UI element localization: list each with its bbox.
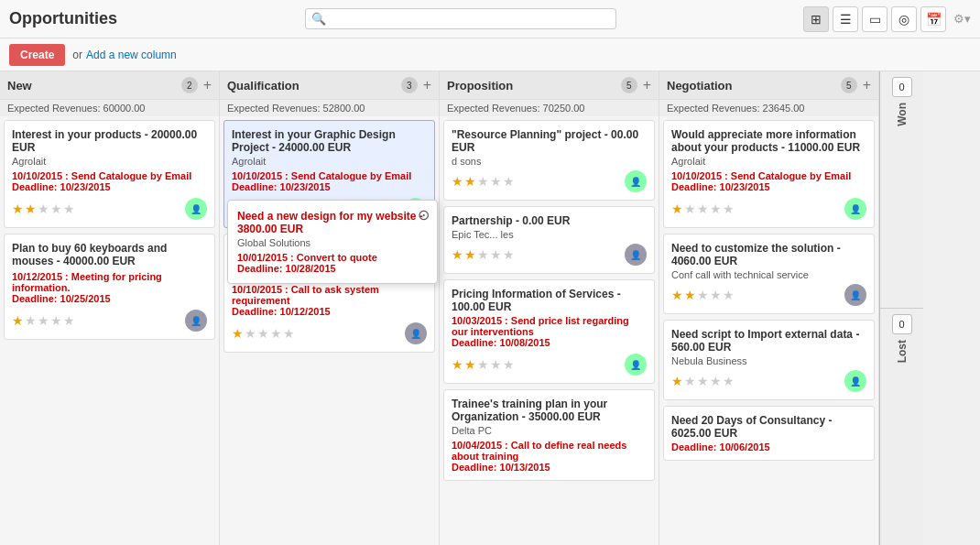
card-n2-footer: ★ ★ ★ ★ ★ 👤 — [12, 310, 207, 332]
create-button[interactable]: Create — [9, 44, 65, 66]
card-n1-company: Agrolait — [12, 156, 207, 167]
popup-deadline: Deadline: 10/28/2015 — [237, 263, 428, 274]
card-n2[interactable]: Plan to buy 60 keyboards and mouses - 40… — [4, 234, 215, 340]
card-neg2-footer: ★ ★ ★ ★ ★ 👤 — [671, 284, 866, 306]
star-4: ★ — [710, 202, 722, 216]
card-q2-activity: 10/10/2015 : Call to ask system requirem… — [232, 284, 427, 306]
column-neg-header: Negotiation 5 + — [659, 71, 878, 100]
card-n2-avatar: 👤 — [185, 310, 207, 332]
card-neg3-avatar: 👤 — [844, 370, 866, 392]
star-2: ★ — [25, 202, 37, 216]
card-neg1[interactable]: Would appreciate more information about … — [663, 120, 875, 228]
star-1: ★ — [452, 174, 463, 189]
calendar-view-button[interactable]: 📅 — [920, 6, 946, 32]
card-n2-deadline: Deadline: 10/25/2015 — [12, 293, 207, 304]
star-1: ★ — [452, 247, 463, 262]
card-p1-company: d sons — [452, 156, 647, 167]
card-p1-footer: ★ ★ ★ ★ ★ 👤 — [452, 170, 647, 192]
card-p4-deadline: Deadline: 10/13/2015 — [452, 462, 647, 473]
lost-section: 0 Lost — [880, 309, 923, 545]
card-neg2[interactable]: Need to customize the solution - 4060.00… — [663, 234, 875, 314]
card-neg1-avatar: 👤 — [844, 198, 866, 220]
popup-title: Need a new design for my website - 3800.… — [237, 210, 428, 235]
star-2: ★ — [464, 174, 476, 189]
card-neg1-deadline: Deadline: 10/23/2015 — [671, 181, 866, 192]
activity-view-button[interactable]: ◎ — [891, 6, 917, 32]
column-prop-title: Proposition — [447, 79, 617, 93]
card-n1[interactable]: Interest in your products - 20000.00 EUR… — [4, 120, 215, 228]
column-neg-count: 5 — [841, 77, 857, 93]
card-q1-activity: 10/10/2015 : Send Catalogue by Email — [232, 170, 427, 181]
popup-activity: 10/01/2015 : Convert to quote — [237, 252, 428, 263]
lost-badge: 0 — [892, 314, 912, 334]
action-bar: Create or Add a new column — [0, 38, 980, 71]
column-prop-add[interactable]: + — [643, 77, 651, 93]
card-p2-avatar: 👤 — [625, 244, 647, 266]
column-qual-header: Qualification 3 + — [220, 71, 439, 100]
column-new: New 2 + Expected Revenues: 60000.00 Inte… — [0, 71, 220, 545]
star-3: ★ — [257, 326, 269, 341]
star-4: ★ — [50, 313, 62, 328]
popup-close-button[interactable]: ⊙ — [418, 206, 430, 223]
view-switcher: ⊞ ☰ ▭ ◎ 📅 ⚙▾ — [803, 6, 971, 32]
card-p3[interactable]: Pricing Information of Services - 100.00… — [443, 279, 655, 384]
won-section: 0 Won — [880, 71, 923, 309]
card-p1[interactable]: "Resource Planning" project - 00.00 EUR … — [443, 120, 655, 201]
list-view-button[interactable]: ☰ — [833, 6, 858, 32]
card-n1-activity: 10/10/2015 : Send Catalogue by Email — [12, 170, 207, 181]
star-2: ★ — [245, 326, 256, 341]
column-qual-title: Qualification — [227, 79, 397, 93]
search-bar[interactable]: 🔍 — [305, 8, 616, 29]
star-3: ★ — [38, 202, 49, 216]
column-new-count: 2 — [181, 77, 198, 93]
star-2: ★ — [464, 247, 476, 262]
card-q1-deadline: Deadline: 10/23/2015 — [232, 181, 427, 192]
star-1: ★ — [671, 374, 683, 388]
card-p2-stars: ★ ★ ★ ★ ★ — [452, 247, 515, 262]
column-qual-revenue: Expected Revenues: 52800.00 — [220, 100, 439, 116]
star-1: ★ — [12, 313, 24, 328]
column-neg-cards: Would appreciate more information about … — [659, 116, 878, 545]
column-qual-add[interactable]: + — [423, 77, 431, 93]
action-bar-text: or — [72, 49, 82, 61]
card-p3-stars: ★ ★ ★ ★ ★ — [452, 357, 515, 372]
page-title: Opportunities — [9, 9, 117, 28]
card-p4-activity: 10/04/2015 : Call to define real needs a… — [452, 440, 647, 462]
add-column-link[interactable]: Add a new column — [86, 49, 177, 61]
card-p4-title: Trainee's training plan in your Organiza… — [452, 398, 647, 423]
star-2: ★ — [684, 374, 696, 388]
card-n1-footer: ★ ★ ★ ★ ★ 👤 — [12, 198, 207, 220]
settings-icon[interactable]: ⚙▾ — [953, 12, 971, 26]
star-5: ★ — [63, 202, 75, 216]
search-input[interactable] — [330, 13, 610, 26]
column-neg-add[interactable]: + — [863, 77, 871, 93]
column-prop-revenue: Expected Revenues: 70250.00 — [440, 100, 659, 116]
form-view-button[interactable]: ▭ — [862, 6, 887, 32]
card-p2[interactable]: Partnership - 0.00 EUR Epic Tec... les ★… — [443, 206, 655, 274]
star-3: ★ — [697, 374, 709, 388]
card-neg3[interactable]: Need script to Import external data - 56… — [663, 320, 875, 400]
star-5: ★ — [503, 357, 515, 372]
column-new-header: New 2 + — [0, 71, 219, 100]
card-n2-activity: 10/12/2015 : Meeting for pricing informa… — [12, 271, 207, 293]
column-new-cards: Interest in your products - 20000.00 EUR… — [0, 116, 219, 545]
card-neg4-deadline: Deadline: 10/06/2015 — [671, 441, 866, 452]
card-neg1-company: Agrolait — [671, 156, 866, 167]
kanban-board: New 2 + Expected Revenues: 60000.00 Inte… — [0, 71, 980, 545]
card-q1-title: Interest in your Graphic Design Project … — [232, 128, 427, 154]
won-lost-panel: 0 Won 0 Lost — [879, 71, 923, 545]
column-new-add[interactable]: + — [203, 77, 212, 93]
kanban-view-button[interactable]: ⊞ — [803, 6, 829, 32]
card-popup[interactable]: ⊙ Need a new design for my website - 380… — [227, 200, 438, 284]
star-2: ★ — [684, 288, 696, 302]
card-neg4[interactable]: Need 20 Days of Consultancy - 6025.00 EU… — [663, 406, 875, 461]
card-p4[interactable]: Trainee's training plan in your Organiza… — [443, 389, 655, 481]
card-neg3-title: Need script to Import external data - 56… — [671, 328, 866, 354]
won-label: Won — [896, 103, 909, 126]
card-p1-avatar: 👤 — [625, 170, 647, 192]
card-p3-avatar: 👤 — [625, 354, 647, 376]
card-neg3-footer: ★ ★ ★ ★ ★ 👤 — [671, 370, 866, 392]
card-neg3-company: Nebula Business — [671, 355, 866, 366]
star-4: ★ — [490, 357, 502, 372]
column-qualification: Qualification 3 + Expected Revenues: 528… — [220, 71, 440, 545]
